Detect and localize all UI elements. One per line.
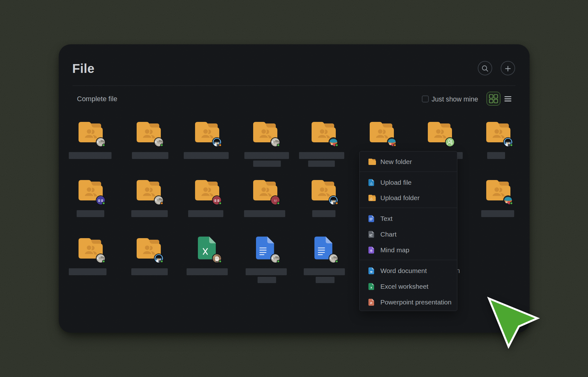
svg-text:LI: LI	[274, 199, 276, 202]
svg-text:w: w	[370, 270, 373, 273]
svg-text:P: P	[370, 302, 372, 305]
svg-text:x: x	[370, 286, 372, 289]
